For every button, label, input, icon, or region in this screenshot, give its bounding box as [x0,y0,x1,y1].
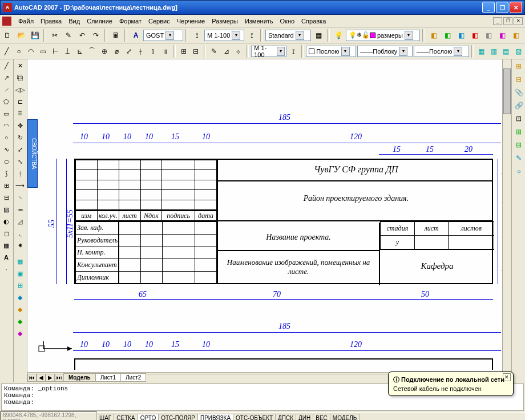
mod2-1-icon[interactable]: ▦ [14,256,26,267]
line-tool-icon[interactable]: ╱ [1,60,12,71]
lm4-icon[interactable]: ◧ [469,29,481,42]
status-osnap[interactable]: ПРИВЯЗКА [197,414,233,420]
dimstyle-combo[interactable]: M 1-100▾ [204,30,244,41]
undo-icon[interactable]: ↶ [76,29,88,42]
menu-modify[interactable]: Изменить [241,17,277,26]
status-ortho[interactable]: ОРТО [138,414,159,420]
trim-icon[interactable]: ⟊ [14,168,26,179]
match-icon[interactable]: ✎ [62,29,75,42]
menu-dims[interactable]: Размеры [208,17,241,26]
spline-tool-icon[interactable]: ∿ [1,144,12,155]
array-icon[interactable]: ⠿ [14,108,26,119]
dim10-icon[interactable]: ⫼ [160,45,171,58]
linetype-combo[interactable]: —— Поблоку▾ [357,46,413,57]
xline-tool-icon[interactable]: ↗ [1,72,12,83]
vertical-scrollbar[interactable] [502,59,511,372]
scale-icon[interactable]: ⤢ [14,144,26,155]
block-tool-icon[interactable]: ⊞ [1,180,12,191]
redo-icon[interactable]: ↷ [90,29,102,42]
lm1-icon[interactable]: ◧ [427,29,440,42]
tab-last[interactable]: ⏭ [55,374,64,382]
dim14-icon[interactable]: ⊿ [221,45,232,58]
explode-icon[interactable]: ✷ [14,240,26,251]
mdi-restore-button[interactable]: ❐ [503,17,512,25]
ins-tool-icon[interactable]: ⊟ [1,192,12,203]
status-otrack[interactable]: ОТС-ОБЪЕКТ [233,414,276,420]
dim2-icon[interactable]: ⟘ [62,45,73,58]
r7-icon[interactable]: ⊟ [512,139,525,151]
close-button[interactable]: ✕ [510,2,522,13]
ellarc-tool-icon[interactable]: ⟆ [1,168,12,179]
dim12-icon[interactable]: ⊟ [190,45,201,58]
layer-bulb-icon[interactable]: 💡 [332,29,345,42]
arc-icon[interactable]: ◠ [26,45,37,58]
menu-view[interactable]: Вид [65,17,83,26]
textstyle-icon[interactable]: A [130,29,142,42]
tab-layout1[interactable]: Лист1 [95,373,121,382]
rect-tool-icon[interactable]: ▭ [1,108,12,119]
mod2-5-icon[interactable]: ◆ [14,304,26,315]
region-tool-icon[interactable]: ◻ [1,228,12,239]
mtext-tool-icon[interactable]: A [1,252,12,263]
r3-icon[interactable]: 📎 [512,86,525,99]
lineweight-combo[interactable]: —— Послою▾ [414,46,469,57]
vp2-icon[interactable]: ▥ [488,45,499,58]
layer-combo[interactable]: 💡❄🔓размеры▾ [346,30,420,41]
open-icon[interactable]: 📂 [15,29,27,42]
calc-icon[interactable]: 🖩 [110,29,122,42]
tablestyle-btn[interactable]: ▦ [312,29,325,42]
menu-window[interactable]: Окно [277,17,298,26]
status-grid[interactable]: СЕТКА [114,414,138,420]
r2-icon[interactable]: ⊟ [512,73,525,86]
dim3-icon[interactable]: ⊾ [74,45,85,58]
move-icon[interactable]: ✥ [14,120,26,131]
lm5-icon[interactable]: ◧ [482,29,495,42]
lm2-icon[interactable]: ◧ [441,29,454,42]
offset-icon[interactable]: ⊏ [14,96,26,107]
table-tool-icon[interactable]: ▦ [1,240,12,251]
dimstyle-btn[interactable]: ⟟ [245,29,258,42]
vp4-icon[interactable]: ▧ [512,45,523,58]
circle-tool-icon[interactable]: ○ [1,132,12,143]
mod2-7-icon[interactable]: ◆ [14,328,26,339]
menu-format[interactable]: Формат [116,17,145,26]
mod2-6-icon[interactable]: ◆ [14,316,26,327]
dim13-icon[interactable]: ✎ [208,45,219,58]
pline-tool-icon[interactable]: ⟋ [1,84,12,95]
r5-icon[interactable]: ⊡ [512,112,525,125]
join-icon[interactable]: ⫘ [14,204,26,215]
vp3-icon[interactable]: ▤ [500,45,511,58]
minimize-button[interactable]: _ [482,2,495,13]
menu-service[interactable]: Сервис [145,17,173,26]
lm7-icon[interactable]: ◧ [510,29,522,42]
tab-first[interactable]: ⏮ [27,374,37,382]
r9-icon[interactable]: ⟐ [512,165,525,177]
stretch-icon[interactable]: ⤡ [14,156,26,167]
status-ducs[interactable]: ДПСК [275,414,296,420]
break-icon[interactable]: ⟍ [14,192,26,203]
status-polar[interactable]: ОТС-ПОЛЯР [158,414,198,420]
erase-icon[interactable]: ✕ [14,60,26,71]
r1-icon[interactable]: ⊞ [512,60,525,72]
mod2-2-icon[interactable]: ▣ [14,268,26,279]
status-dyn[interactable]: ДИН [296,414,313,420]
dim15-icon[interactable]: ⟐ [233,45,244,58]
lm6-icon[interactable]: ◧ [496,29,508,42]
textstyle-combo[interactable]: GOST▾ [143,30,183,41]
r6-icon[interactable]: ⊞ [512,126,525,138]
save-icon[interactable]: 💾 [29,29,41,42]
menu-file[interactable]: Файл [15,17,37,26]
cut-icon[interactable]: ✂ [49,29,61,42]
dim7-icon[interactable]: ⤢ [123,45,134,58]
dim4-icon[interactable]: ⌒ [87,45,98,58]
hatch-tool-icon[interactable]: ▨ [1,204,12,215]
mod2-4-icon[interactable]: ◆ [14,292,26,303]
copy-icon[interactable]: ⿻ [14,72,26,83]
status-snap[interactable]: ШАГ [96,414,114,420]
rotate-icon[interactable]: ↻ [14,132,26,143]
point-tool-icon[interactable]: · [1,264,12,275]
dim6-icon[interactable]: ⌀ [111,45,122,58]
tab-model[interactable]: Модель [63,373,96,382]
dimupd-icon[interactable]: ⟟ [288,45,298,58]
mirror-icon[interactable]: ◁▷ [14,84,26,95]
